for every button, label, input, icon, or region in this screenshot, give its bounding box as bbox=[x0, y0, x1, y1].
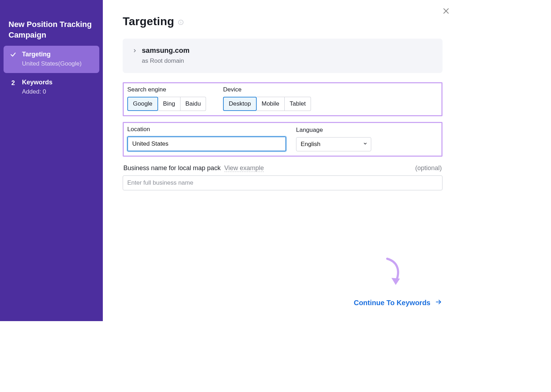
engine-device-section: Search engine Google Bing Baidu Device D… bbox=[123, 82, 443, 116]
sidebar-step-keywords-label: Keywords bbox=[22, 79, 52, 86]
device-group: Device Desktop Mobile Tablet bbox=[223, 86, 311, 111]
language-label: Language bbox=[296, 127, 371, 134]
main: Targeting samsung.com as Root domain Sea… bbox=[103, 0, 459, 321]
sidebar-title: New Position Tracking Campaign bbox=[4, 6, 99, 46]
continue-button[interactable]: Continue To Keywords bbox=[354, 299, 443, 307]
search-engine-segment: Google Bing Baidu bbox=[127, 97, 206, 111]
chevron-right-icon[interactable] bbox=[133, 49, 137, 53]
svg-rect-4 bbox=[181, 21, 181, 21]
continue-label: Continue To Keywords bbox=[354, 299, 430, 307]
sidebar-step-targeting-label: Targeting bbox=[22, 51, 82, 58]
device-label: Device bbox=[223, 86, 311, 93]
svg-rect-3 bbox=[181, 22, 181, 24]
close-icon bbox=[442, 7, 450, 16]
close-button[interactable] bbox=[441, 6, 451, 16]
search-engine-google[interactable]: Google bbox=[127, 97, 158, 111]
language-select[interactable]: English bbox=[296, 137, 371, 151]
search-engine-group: Search engine Google Bing Baidu bbox=[127, 86, 206, 111]
device-segment: Desktop Mobile Tablet bbox=[223, 97, 311, 111]
search-engine-baidu[interactable]: Baidu bbox=[180, 97, 206, 111]
sidebar-step-number: 2 bbox=[9, 79, 17, 87]
annotation-arrow-icon bbox=[384, 257, 405, 291]
business-name-label: Business name for local map pack bbox=[123, 164, 221, 172]
location-group: Location bbox=[127, 126, 286, 151]
sidebar-step-keywords-sub: Added: 0 bbox=[22, 88, 52, 95]
device-mobile[interactable]: Mobile bbox=[257, 97, 285, 111]
language-value: English bbox=[301, 141, 321, 148]
sidebar-step-keywords[interactable]: 2 Keywords Added: 0 bbox=[4, 74, 99, 101]
location-language-section: Location Language English bbox=[123, 122, 443, 157]
arrow-right-icon bbox=[435, 299, 443, 307]
business-name-input[interactable] bbox=[123, 175, 443, 190]
page-title: Targeting bbox=[123, 15, 174, 28]
device-desktop[interactable]: Desktop bbox=[223, 97, 256, 111]
location-input[interactable] bbox=[127, 136, 286, 151]
check-icon bbox=[9, 51, 17, 58]
location-label: Location bbox=[127, 126, 286, 133]
search-engine-label: Search engine bbox=[127, 86, 206, 93]
search-engine-bing[interactable]: Bing bbox=[158, 97, 180, 111]
sidebar-step-targeting[interactable]: Targeting United States(Google) bbox=[4, 46, 99, 73]
device-tablet[interactable]: Tablet bbox=[285, 97, 311, 111]
domain-name: samsung.com bbox=[142, 46, 189, 55]
domain-detail: as Root domain bbox=[133, 57, 433, 65]
sidebar-step-targeting-sub: United States(Google) bbox=[22, 60, 82, 67]
sidebar: New Position Tracking Campaign Targeting… bbox=[0, 0, 103, 321]
view-example-link[interactable]: View example bbox=[224, 164, 264, 172]
language-group: Language English bbox=[296, 127, 371, 151]
optional-label: (optional) bbox=[415, 164, 442, 172]
info-icon[interactable] bbox=[178, 19, 184, 26]
domain-card: samsung.com as Root domain bbox=[123, 39, 443, 73]
